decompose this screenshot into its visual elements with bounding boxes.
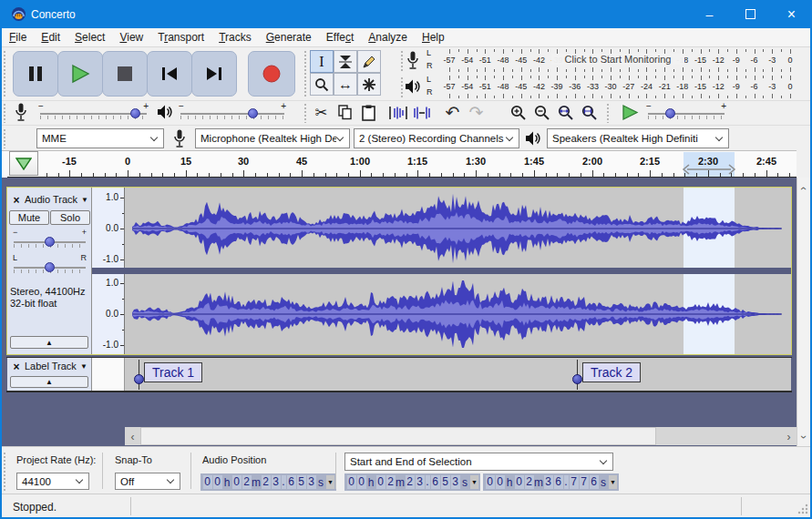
- time-digit[interactable]: .: [564, 475, 569, 489]
- transport-toolbar-grip[interactable]: [2, 49, 6, 98]
- menu-item-generate[interactable]: Generate: [259, 29, 319, 46]
- menu-item-file[interactable]: File: [2, 29, 34, 46]
- mute-button[interactable]: Mute: [9, 210, 49, 225]
- draw-tool-button[interactable]: [357, 50, 381, 73]
- time-digit[interactable]: .: [426, 475, 430, 489]
- trim-audio-button[interactable]: [386, 101, 409, 124]
- playback-device-select[interactable]: Speakers (Realtek High Definiti: [547, 128, 729, 148]
- zoom-tool-button[interactable]: [310, 73, 334, 96]
- pause-button[interactable]: [13, 51, 58, 97]
- menu-item-view[interactable]: View: [112, 29, 150, 46]
- gain-slider[interactable]: − +: [11, 228, 88, 251]
- play-button[interactable]: [57, 51, 103, 97]
- zoom-in-button[interactable]: [507, 101, 529, 124]
- undo-button[interactable]: ↶: [441, 101, 464, 124]
- time-digit[interactable]: 0: [515, 475, 524, 489]
- track-title-menu[interactable]: Audio Track ▼: [25, 194, 88, 205]
- time-digit[interactable]: 6: [590, 475, 599, 489]
- time-digit[interactable]: 0: [376, 475, 385, 489]
- time-unit[interactable]: h: [222, 476, 231, 489]
- timeline-ruler[interactable]: -1501530451:001:151:301:452:002:152:302:…: [0, 150, 797, 178]
- recording-meter[interactable]: L R -57-54-51-48-45-42-39-36-33-30-27-24…: [399, 47, 809, 74]
- gain-thumb[interactable]: [45, 237, 55, 247]
- edit-toolbar-grip[interactable]: [303, 102, 307, 123]
- fit-selection-button[interactable]: [554, 101, 577, 124]
- time-digit[interactable]: 3: [307, 475, 316, 489]
- envelope-tool-button[interactable]: [334, 50, 357, 73]
- time-shift-tool-button[interactable]: ↔: [334, 73, 357, 96]
- time-digit[interactable]: 2: [262, 475, 271, 489]
- play-at-speed-grip[interactable]: [605, 102, 610, 123]
- audio-position-field[interactable]: 00h02m23.653s▼: [200, 473, 336, 491]
- skip-to-start-button[interactable]: [147, 51, 192, 97]
- time-digit[interactable]: 2: [242, 475, 252, 489]
- multi-tool-button[interactable]: [357, 73, 381, 96]
- time-digit[interactable]: 3: [451, 475, 460, 489]
- pan-thumb[interactable]: [45, 262, 55, 272]
- time-format-dropdown-icon[interactable]: ▼: [470, 475, 478, 489]
- time-unit[interactable]: s: [316, 476, 325, 489]
- time-unit[interactable]: s: [460, 476, 469, 489]
- time-format-dropdown-icon[interactable]: ▼: [326, 475, 334, 489]
- selection-start-field[interactable]: 00h02m23.653s▼: [344, 473, 480, 491]
- horizontal-scrollbar[interactable]: ‹ ›: [125, 427, 797, 445]
- vertical-scrollbar[interactable]: ‹ ›: [797, 178, 810, 446]
- time-digit[interactable]: 0: [203, 475, 212, 489]
- time-format-dropdown-icon[interactable]: ▼: [609, 475, 617, 489]
- zoom-out-button[interactable]: [530, 101, 553, 124]
- time-digit[interactable]: 0: [486, 475, 495, 489]
- paste-button[interactable]: [357, 101, 380, 124]
- record-volume-slider[interactable]: − +: [36, 101, 150, 124]
- menu-item-effect[interactable]: Effect: [319, 29, 361, 46]
- label-track-lane[interactable]: Track 1Track 2: [125, 358, 791, 392]
- playback-volume-slider[interactable]: − +: [177, 101, 288, 124]
- time-unit[interactable]: m: [396, 476, 405, 489]
- time-digit[interactable]: 2: [386, 475, 396, 489]
- mixer-toolbar-grip[interactable]: [2, 102, 6, 123]
- selection-range-mode-select[interactable]: Start and End of Selection: [344, 453, 613, 471]
- pan-slider[interactable]: L R: [11, 253, 88, 277]
- selection-toolbar-grip[interactable]: [2, 451, 6, 491]
- time-digit[interactable]: 2: [406, 475, 415, 489]
- scroll-down-button[interactable]: ›: [797, 428, 810, 444]
- time-digit[interactable]: 3: [272, 475, 281, 489]
- collapse-track-button[interactable]: ▲: [10, 376, 88, 388]
- time-digit[interactable]: 3: [544, 475, 553, 489]
- device-toolbar-grip[interactable]: [2, 127, 6, 148]
- time-digit[interactable]: 5: [297, 475, 306, 489]
- selection-end-field[interactable]: 00h02m36.776s▼: [483, 473, 619, 491]
- snap-to-select[interactable]: Off: [115, 473, 180, 490]
- copy-button[interactable]: [334, 101, 356, 124]
- time-digit[interactable]: .: [282, 475, 286, 489]
- stop-button[interactable]: [102, 51, 148, 97]
- time-unit[interactable]: m: [534, 476, 543, 489]
- redo-button[interactable]: ↷: [465, 101, 488, 124]
- time-digit[interactable]: 7: [570, 475, 579, 489]
- close-track-button[interactable]: ×: [10, 361, 23, 373]
- scroll-left-button[interactable]: ‹: [125, 428, 140, 444]
- fit-project-button[interactable]: [578, 101, 601, 124]
- timeline-options-button[interactable]: [9, 151, 38, 176]
- horizontal-scrollbar-thumb[interactable]: [140, 427, 656, 445]
- time-digit[interactable]: 0: [357, 475, 366, 489]
- time-digit[interactable]: 2: [525, 475, 534, 489]
- menu-item-transport[interactable]: Transport: [150, 29, 211, 46]
- label-marker-handle[interactable]: [134, 374, 144, 384]
- recording-channels-select[interactable]: 2 (Stereo) Recording Channels: [354, 128, 519, 148]
- scroll-up-button[interactable]: ‹: [797, 179, 810, 196]
- time-digit[interactable]: 0: [213, 475, 222, 489]
- time-digit[interactable]: 3: [416, 475, 425, 489]
- menu-item-edit[interactable]: Edit: [34, 29, 67, 46]
- time-unit[interactable]: h: [505, 476, 514, 489]
- menu-item-tracks[interactable]: Tracks: [211, 29, 259, 46]
- label-text[interactable]: Track 1: [144, 362, 202, 382]
- resize-grip-icon[interactable]: [797, 504, 808, 514]
- maximize-button[interactable]: [730, 0, 771, 28]
- time-digit[interactable]: 7: [580, 475, 589, 489]
- tools-toolbar-grip[interactable]: [303, 49, 307, 98]
- time-digit[interactable]: 0: [347, 475, 356, 489]
- time-digit[interactable]: 0: [496, 475, 505, 489]
- skip-to-end-button[interactable]: [191, 51, 237, 97]
- record-volume-thumb[interactable]: [130, 108, 140, 118]
- time-digit[interactable]: 6: [287, 475, 296, 489]
